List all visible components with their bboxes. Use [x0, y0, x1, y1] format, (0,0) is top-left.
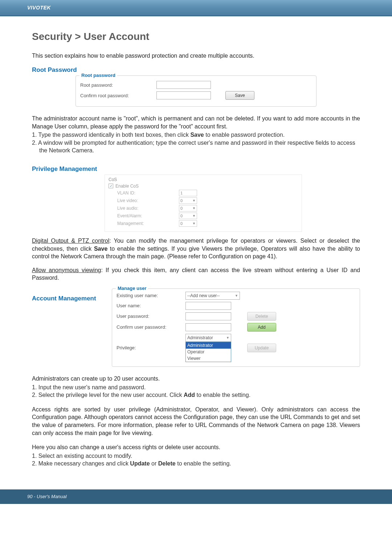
digital-output-paragraph: Digital Output & PTZ control: You can mo… — [32, 237, 360, 260]
intro-paragraph: This section explains how to enable pass… — [32, 53, 360, 59]
admins-step-1: 1. Input the new user's name and passwor… — [32, 383, 360, 391]
live-audio-select[interactable]: 0▼ — [179, 205, 197, 212]
cos-fieldset: CoS ✓ Enable CoS VLAN ID: 1 Live video: … — [105, 175, 302, 232]
live-video-select[interactable]: 0▼ — [179, 197, 197, 204]
admins-steps: 1. Input the new user's name and passwor… — [32, 383, 360, 399]
enable-cos-checkbox[interactable]: ✓ — [109, 184, 113, 188]
vlan-id-label: VLAN ID: — [117, 190, 179, 196]
footer-text: 90 - User's Manual — [27, 494, 67, 499]
privilege-option-viewer[interactable]: Viewer — [186, 355, 231, 362]
admin-step1-post: to enable password protection. — [204, 132, 285, 138]
enable-cos-label: Enable CoS — [115, 184, 139, 189]
user-password-label: User password: — [117, 313, 178, 319]
admin-step1-pre: 1. Type the password identically in both… — [32, 132, 190, 138]
add-button[interactable]: Add — [247, 323, 276, 332]
event-alarm-row: Event/Alarm: 0▼ — [117, 213, 298, 219]
vlan-id-row: VLAN ID: 1 — [117, 190, 298, 196]
event-alarm-select[interactable]: 0▼ — [179, 213, 197, 219]
admin-step-1: 1. Type the password identically in both… — [32, 131, 360, 139]
admins-step2-bold: Add — [184, 392, 195, 398]
change-step2-mid: or — [150, 460, 158, 467]
page-footer: 90 - User's Manual — [0, 489, 392, 504]
anonymous-viewing-paragraph: Allow anonymous viewing: If you check th… — [32, 266, 360, 282]
existing-user-select[interactable]: --Add new user--▼ — [185, 292, 240, 300]
privilege-option-administrator[interactable]: Administrator — [186, 342, 231, 349]
live-video-label: Live video: — [117, 198, 179, 203]
chevron-down-icon: ▼ — [192, 214, 196, 218]
admin-step2-text: 2. A window will be prompted for authent… — [32, 140, 355, 154]
vlan-id-input[interactable]: 1 — [179, 190, 197, 196]
privilege-management-heading: Privilege Management — [32, 165, 360, 173]
change-step2-pre: 2. Make necessary changes and click — [32, 460, 130, 467]
update-button[interactable]: Update — [247, 344, 276, 352]
root-password-label: Root password: — [80, 82, 156, 88]
anonymous-viewing-link: Allow anonymous viewing — [32, 267, 101, 273]
confirm-root-password-input[interactable] — [156, 91, 211, 99]
change-step-2: 2. Make necessary changes and click Upda… — [32, 460, 360, 468]
admins-step2-post: to enable the setting. — [195, 392, 250, 398]
admin-step1-bold: Save — [190, 132, 204, 138]
management-row: Management: 0▼ — [117, 220, 298, 227]
chevron-down-icon: ▼ — [235, 294, 238, 297]
admin-account-paragraph: The administrator account name is "root"… — [32, 115, 360, 130]
user-name-label: User name: — [117, 303, 178, 308]
manage-user-fieldset: Manage user Existing user name: --Add ne… — [112, 288, 360, 367]
digital-output-link: Digital Output & PTZ control — [32, 238, 109, 244]
account-management-heading: Account Management — [32, 295, 112, 302]
enable-cos-row: ✓ Enable CoS — [109, 184, 298, 189]
admins-step2-pre: 2. Select the privilege level for the ne… — [32, 392, 184, 398]
delete-button[interactable]: Delete — [247, 312, 276, 321]
change-step-1: 1. Select an existing account to modify. — [32, 452, 360, 460]
digital-para-bold: Save — [94, 246, 107, 252]
brand-text: VIVOTEK — [27, 5, 51, 11]
management-label: Management: — [117, 221, 179, 226]
change-step2-post: to enable the setting. — [176, 460, 231, 467]
management-select[interactable]: 0▼ — [179, 220, 197, 227]
existing-user-label: Existing user name: — [117, 293, 178, 298]
manage-user-legend: Manage user — [116, 286, 148, 291]
root-password-legend: Root password — [79, 73, 117, 78]
content-area: Security > User Account This section exp… — [0, 16, 392, 489]
confirm-root-password-row: Confirm root password: Save — [80, 91, 312, 100]
privilege-dropdown-list: Administrator Operator Viewer — [185, 342, 231, 362]
admin-step-2: 2. A window will be prompted for authent… — [32, 139, 360, 155]
root-password-row: Root password: — [80, 81, 312, 89]
change-step2-b1: Update — [130, 460, 150, 467]
live-video-row: Live video: 0▼ — [117, 197, 298, 204]
privilege-option-operator[interactable]: Operator — [186, 349, 231, 355]
cos-title: CoS — [109, 177, 298, 182]
root-password-fieldset: Root password Root password: Confirm roo… — [75, 75, 317, 107]
admins-create-paragraph: Administrators can create up to 20 user … — [32, 375, 360, 383]
admin-steps: 1. Type the password identically in both… — [32, 131, 360, 155]
chevron-down-icon: ▼ — [226, 336, 229, 340]
chevron-down-icon: ▼ — [192, 222, 196, 225]
live-audio-label: Live audio: — [117, 206, 179, 211]
privilege-label: Privilege: — [117, 345, 178, 350]
chevron-down-icon: ▼ — [192, 199, 196, 202]
chevron-down-icon: ▼ — [192, 206, 196, 210]
root-password-input[interactable] — [156, 81, 211, 89]
page-header: VIVOTEK — [0, 0, 392, 16]
privilege-select-wrapper: Administrator▼ Administrator Operator Vi… — [185, 334, 240, 362]
live-audio-row: Live audio: 0▼ — [117, 205, 298, 212]
confirm-user-password-input[interactable] — [185, 323, 231, 331]
user-name-input[interactable] — [185, 302, 231, 310]
confirm-root-password-label: Confirm root password: — [80, 93, 156, 98]
event-alarm-label: Event/Alarm: — [117, 213, 179, 218]
change-steps: 1. Select an existing account to modify.… — [32, 452, 360, 468]
breadcrumb: Security > User Account — [32, 31, 360, 42]
access-rights-paragraph: Access rights are sorted by user privile… — [32, 406, 360, 437]
save-button[interactable]: Save — [225, 91, 254, 100]
user-password-input[interactable] — [185, 312, 231, 320]
change-rights-paragraph: Here you also can change a user's access… — [32, 443, 360, 451]
account-management-section: Account Management Manage user Existing … — [32, 288, 360, 367]
confirm-user-password-label: Confirm user password: — [117, 324, 178, 330]
privilege-select[interactable]: Administrator▼ — [185, 334, 231, 342]
change-step2-b2: Delete — [158, 460, 176, 467]
admins-step-2: 2. Select the privilege level for the ne… — [32, 391, 360, 399]
